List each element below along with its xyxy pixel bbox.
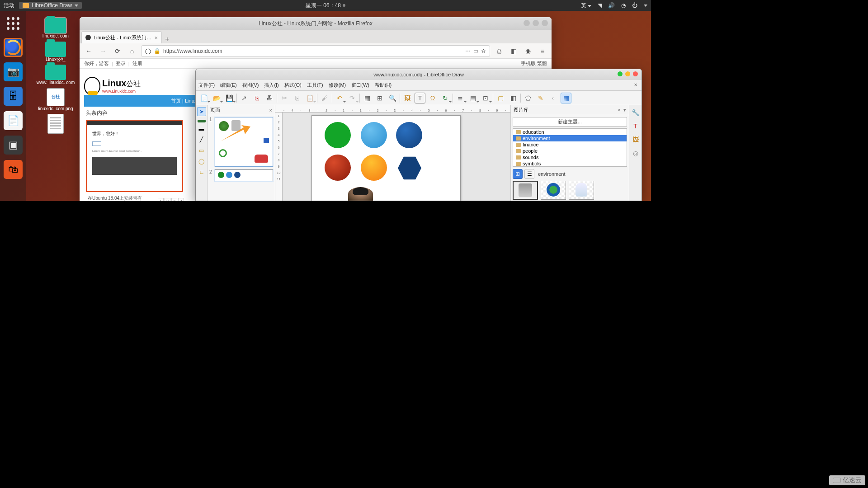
page-thumb-1[interactable]: 1: [209, 117, 273, 167]
ellipse-tool[interactable]: ◯: [197, 157, 206, 166]
insert-textbox-button[interactable]: T: [415, 93, 425, 103]
gallery-grid-view-button[interactable]: ⊞: [513, 169, 523, 179]
category-education[interactable]: education: [513, 129, 627, 135]
category-symbols[interactable]: symbols: [513, 160, 627, 166]
shape-darkblue-circle[interactable]: [396, 122, 422, 148]
insert-image-button[interactable]: 🖼: [402, 93, 413, 103]
copy-button[interactable]: ⎘: [292, 93, 302, 103]
traffic-green-button[interactable]: [618, 71, 623, 76]
library-icon[interactable]: ⎙: [494, 46, 505, 56]
open-button[interactable]: 📂: [211, 93, 222, 103]
back-button[interactable]: ←: [83, 46, 94, 56]
crop-button[interactable]: ◧: [508, 93, 519, 103]
shape-lightblue-circle[interactable]: [361, 122, 387, 148]
page-1[interactable]: 1: [158, 198, 164, 201]
insert-special-button[interactable]: Ω: [427, 93, 438, 103]
category-finance[interactable]: finance: [513, 141, 627, 148]
connector-tool[interactable]: ⊏: [197, 168, 206, 177]
notifications-icon[interactable]: ◔: [621, 2, 626, 9]
page-3[interactable]: 3: [171, 198, 177, 201]
format-paintbrush-button[interactable]: 🖌: [319, 93, 330, 103]
snap-button[interactable]: ⊞: [374, 93, 385, 103]
gallery-thumb-1[interactable]: [513, 181, 538, 200]
menu-edit[interactable]: 编辑(E): [220, 82, 237, 89]
browser-tab[interactable]: Linux公社 - Linux系统门… ×: [81, 31, 162, 43]
polygon-button[interactable]: ⬠: [523, 93, 533, 103]
gallery-close-icon[interactable]: ×: [618, 107, 621, 113]
shape-red-circle[interactable]: [325, 155, 351, 181]
new-theme-button[interactable]: 新建主题...: [513, 117, 627, 127]
headline-article-thumb[interactable]: 世界，您好！ Lorem ipsum dolor sit amet consec…: [86, 120, 183, 192]
register-link[interactable]: 注册: [132, 60, 142, 67]
system-menu-chevron-icon[interactable]: [644, 5, 647, 7]
pages-panel-close-icon[interactable]: ×: [269, 108, 272, 113]
redo-button[interactable]: ↷: [347, 93, 358, 103]
home-button[interactable]: ⌂: [127, 46, 137, 56]
canvas-area[interactable]: · 4 · 3 · 2 · 1 · 1 · 2 · 3 · 4 · 5 · 6 …: [275, 105, 510, 201]
tab-close-icon[interactable]: ×: [154, 34, 158, 41]
cut-button[interactable]: ✂: [279, 93, 290, 103]
gallery-list-view-button[interactable]: ☰: [524, 169, 534, 179]
address-bar[interactable]: ◯ 🔒 https://www.linuxidc.com ⋯ ▭ ☆: [141, 45, 490, 57]
transform-button[interactable]: ↻: [440, 93, 451, 103]
drawing-canvas[interactable]: [311, 115, 461, 201]
save-button[interactable]: 💾: [224, 93, 235, 103]
close-button[interactable]: [542, 20, 548, 26]
grid-button[interactable]: ▦: [362, 93, 373, 103]
gallery-thumb-2[interactable]: [541, 181, 566, 200]
sidebar-icon[interactable]: ◧: [508, 46, 519, 56]
desktop-folder-www-linuxidc[interactable]: www. linuxidc. com: [37, 65, 75, 85]
new-doc-button[interactable]: 📄: [198, 93, 209, 103]
page-4[interactable]: 4: [178, 198, 184, 201]
minimize-button[interactable]: [524, 20, 530, 26]
sidebar-toggle-button[interactable]: ▦: [561, 93, 571, 103]
shape-avatar[interactable]: [348, 187, 373, 201]
category-people[interactable]: people: [513, 148, 627, 154]
rect-tool[interactable]: ▭: [197, 146, 206, 155]
shape-orange-circle[interactable]: [361, 155, 387, 181]
activities-button[interactable]: 活动: [4, 2, 14, 9]
menu-help[interactable]: 帮助(H): [375, 82, 392, 89]
power-icon[interactable]: ⏻: [632, 2, 637, 9]
account-icon[interactable]: ◉: [523, 46, 533, 56]
gallery-thumb-3[interactable]: [569, 181, 594, 200]
zoom-button[interactable]: 🔍: [387, 93, 398, 103]
print-button[interactable]: 🖶: [264, 93, 275, 103]
maximize-button[interactable]: [533, 20, 539, 26]
forward-button[interactable]: →: [98, 46, 108, 56]
menu-window[interactable]: 窗口(W): [351, 82, 369, 89]
menu-format[interactable]: 格式(O): [284, 82, 302, 89]
menu-file[interactable]: 文件(F): [198, 82, 215, 89]
firefox-titlebar[interactable]: Linux公社 - Linux系统门户网站 - Mozilla Firefox: [80, 17, 552, 30]
clock[interactable]: 星期一 06：48: [306, 2, 345, 9]
page-2[interactable]: 2: [165, 198, 170, 201]
export-button[interactable]: ↗: [239, 93, 250, 103]
show-applications-button[interactable]: [4, 14, 22, 33]
software-launcher-icon[interactable]: 🛍: [4, 160, 23, 179]
select-tool[interactable]: ➤: [197, 107, 206, 116]
menu-modify[interactable]: 修改(M): [329, 82, 346, 89]
gallery-menu-icon[interactable]: ▾: [623, 107, 626, 113]
edit-points-button[interactable]: ✎: [535, 93, 546, 103]
firefox-launcher-icon[interactable]: [4, 38, 23, 57]
document-close-icon[interactable]: ×: [632, 82, 639, 88]
volume-icon[interactable]: 🔊: [608, 2, 615, 9]
page-thumb-2[interactable]: 2: [209, 169, 273, 181]
desktop-image-linuxidc-png[interactable]: 公社linuxidc. com.png: [38, 88, 73, 112]
files-launcher-icon[interactable]: 🗄: [4, 87, 23, 106]
menu-icon[interactable]: ≡: [537, 46, 548, 56]
wifi-icon[interactable]: ◥: [598, 2, 602, 9]
ime-indicator[interactable]: 英: [581, 2, 591, 9]
nav-home[interactable]: 首页: [171, 98, 181, 103]
line-color-tool[interactable]: [198, 120, 206, 122]
line-tool[interactable]: ╱: [197, 135, 206, 144]
shape-hexagon[interactable]: [398, 155, 421, 181]
article-caption[interactable]: 在Ubuntu 18.04上安装带有Nginx...: [86, 193, 158, 201]
gallery-tab-icon[interactable]: 🖼: [631, 135, 640, 144]
properties-tab-icon[interactable]: 🔧: [631, 108, 640, 117]
new-tab-button[interactable]: +: [162, 35, 173, 43]
traffic-yellow-button[interactable]: [625, 71, 630, 76]
desktop-folder-linux-gongshe[interactable]: Linux公社: [45, 42, 66, 62]
align-button[interactable]: ≣: [455, 93, 466, 103]
shape-green-circle[interactable]: [325, 122, 351, 148]
